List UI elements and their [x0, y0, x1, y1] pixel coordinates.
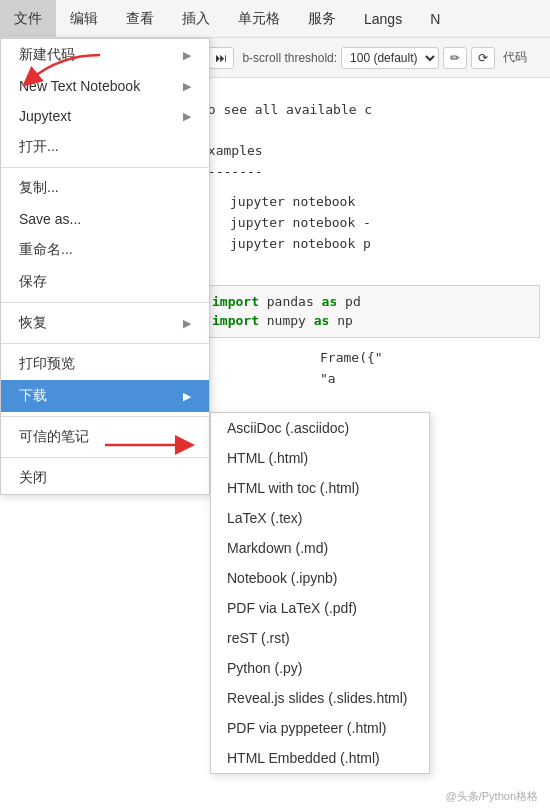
- submenu-latex[interactable]: LaTeX (.tex): [211, 503, 429, 533]
- as-keyword-2: as: [314, 313, 330, 328]
- menu-item-trusted[interactable]: 可信的笔记: [1, 421, 209, 453]
- divider-4: [1, 416, 209, 417]
- import-keyword-2: import: [212, 313, 259, 328]
- numpy-name: numpy: [267, 313, 314, 328]
- menu-item-copy[interactable]: 复制...: [1, 172, 209, 204]
- import-keyword-1: import: [212, 294, 259, 309]
- divider-2: [1, 302, 209, 303]
- menu-item-save[interactable]: 保存: [1, 266, 209, 298]
- submenu-python[interactable]: Python (.py): [211, 653, 429, 683]
- divider-3: [1, 343, 209, 344]
- arrow-new-code: ▶: [183, 49, 191, 62]
- submenu-rest[interactable]: reST (.rst): [211, 623, 429, 653]
- as-keyword-1: as: [322, 294, 338, 309]
- submenu-markdown[interactable]: Markdown (.md): [211, 533, 429, 563]
- watermark: @头条/Python格格: [446, 789, 538, 804]
- file-menu-dropdown: 新建代码 ▶ New Text Notebook ▶ Jupytext ▶ 打开…: [0, 38, 210, 495]
- download-submenu: AsciiDoc (.asciidoc) HTML (.html) HTML w…: [210, 412, 430, 774]
- divider-5: [1, 457, 209, 458]
- menu-item-jupytext[interactable]: Jupytext ▶: [1, 101, 209, 131]
- toolbar-skip-end-btn[interactable]: ⏭: [208, 47, 234, 69]
- menu-langs[interactable]: Langs: [350, 0, 416, 37]
- arrow-restore: ▶: [183, 317, 191, 330]
- toolbar-edit-btn[interactable]: ✏: [443, 47, 467, 69]
- toolbar-refresh-btn[interactable]: ⟳: [471, 47, 495, 69]
- cell-code-box: import pandas as pd import numpy as np: [200, 285, 540, 338]
- menu-item-rename[interactable]: 重命名...: [1, 234, 209, 266]
- menu-view[interactable]: 查看: [112, 0, 168, 37]
- menu-file[interactable]: 文件: [0, 0, 56, 37]
- submenu-pdf-pyppeteer[interactable]: PDF via pyppeteer (.html): [211, 713, 429, 743]
- submenu-html[interactable]: HTML (.html): [211, 443, 429, 473]
- arrow-download: ▶: [183, 390, 191, 403]
- menu-cell[interactable]: 单元格: [224, 0, 294, 37]
- scroll-threshold-label: b-scroll threshold:: [242, 51, 337, 65]
- submenu-revealjs[interactable]: Reveal.js slides (.slides.html): [211, 683, 429, 713]
- submenu-asciidoc[interactable]: AsciiDoc (.asciidoc): [211, 413, 429, 443]
- menu-item-save-as[interactable]: Save as...: [1, 204, 209, 234]
- menu-item-close[interactable]: 关闭: [1, 462, 209, 494]
- submenu-html-embedded[interactable]: HTML Embedded (.html): [211, 743, 429, 773]
- np-name: np: [337, 313, 353, 328]
- menu-more[interactable]: N: [416, 0, 454, 37]
- pandas-name: pandas: [267, 294, 322, 309]
- submenu-html-toc[interactable]: HTML with toc (.html): [211, 473, 429, 503]
- submenu-pdf-latex[interactable]: PDF via LaTeX (.pdf): [211, 593, 429, 623]
- code-label: 代码: [503, 49, 527, 66]
- extra-code: Frame({" "a: [320, 348, 540, 390]
- arrow-new-text-notebook: ▶: [183, 80, 191, 93]
- notebook-bg-content: To see all available c Examples --------…: [200, 100, 540, 389]
- menu-insert[interactable]: 插入: [168, 0, 224, 37]
- menu-item-download[interactable]: 下载 ▶: [1, 380, 209, 412]
- menu-edit[interactable]: 编辑: [56, 0, 112, 37]
- menu-item-new-code[interactable]: 新建代码 ▶: [1, 39, 209, 71]
- menu-item-new-text-notebook[interactable]: New Text Notebook ▶: [1, 71, 209, 101]
- submenu-notebook[interactable]: Notebook (.ipynb): [211, 563, 429, 593]
- arrow-jupytext: ▶: [183, 110, 191, 123]
- scroll-threshold-select[interactable]: 100 (default): [341, 47, 439, 69]
- menu-kernel[interactable]: 服务: [294, 0, 350, 37]
- menu-item-print-preview[interactable]: 打印预览: [1, 348, 209, 380]
- menubar: 文件 编辑 查看 插入 单元格 服务 Langs N: [0, 0, 550, 38]
- pd-name: pd: [345, 294, 361, 309]
- menu-item-restore[interactable]: 恢复 ▶: [1, 307, 209, 339]
- menu-item-open[interactable]: 打开...: [1, 131, 209, 163]
- cell-in4: In [4]: import pandas as pd import numpy…: [200, 285, 540, 338]
- divider-1: [1, 167, 209, 168]
